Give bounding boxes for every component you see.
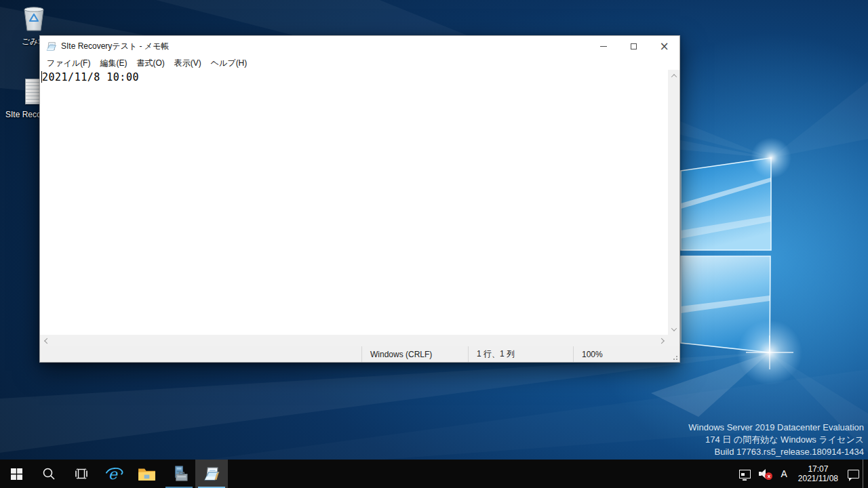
horizontal-scrollbar[interactable] xyxy=(40,335,679,346)
chevron-up-icon xyxy=(671,74,676,79)
menu-format[interactable]: 書式(O) xyxy=(132,56,169,70)
start-button[interactable] xyxy=(0,460,33,488)
watermark-line-1: Windows Server 2019 Datacenter Evaluatio… xyxy=(688,422,864,434)
status-spacer xyxy=(40,346,361,362)
status-bar: Windows (CRLF) 1 行、1 列 100% xyxy=(40,346,679,362)
action-center-button[interactable] xyxy=(844,460,863,488)
file-explorer-button[interactable] xyxy=(130,460,163,488)
close-button[interactable]: × xyxy=(649,36,679,56)
resize-grip[interactable] xyxy=(676,359,677,360)
menu-edit[interactable]: 編集(E) xyxy=(95,56,132,70)
task-view-button[interactable] xyxy=(65,460,98,488)
close-icon: × xyxy=(659,41,669,52)
notepad-icon xyxy=(203,465,220,483)
menu-help[interactable]: ヘルプ(H) xyxy=(206,56,252,70)
clock-time: 17:07 xyxy=(798,464,838,474)
status-cursor-position: 1 行、1 列 xyxy=(468,346,573,362)
desktop: ごみ箱 SIte Recov Windows Server 2019 Datac… xyxy=(0,0,868,488)
system-tray: x A 17:07 2021/11/08 xyxy=(736,460,868,488)
windows-logo-icon xyxy=(11,468,22,480)
notepad-text-area[interactable]: 2021/11/8 10:00 xyxy=(40,70,668,335)
server-manager-button[interactable] xyxy=(163,460,195,488)
text-file-icon xyxy=(25,79,40,104)
chevron-right-icon xyxy=(658,338,664,343)
menu-view[interactable]: 表示(V) xyxy=(170,56,206,70)
scroll-right-button[interactable] xyxy=(656,335,668,346)
taskbar: e xyxy=(0,460,868,488)
internet-explorer-button[interactable]: e xyxy=(98,460,130,488)
notepad-window: SIte Recoveryテスト - メモ帳 × ファイル(F) 編集(E) 書… xyxy=(39,35,680,363)
maximize-icon xyxy=(631,43,637,49)
maximize-button[interactable] xyxy=(618,36,649,56)
menu-bar: ファイル(F) 編集(E) 書式(O) 表示(V) ヘルプ(H) xyxy=(40,56,679,70)
recycle-bin-icon xyxy=(20,5,47,31)
status-line-ending: Windows (CRLF) xyxy=(361,346,468,362)
window-title: SIte Recoveryテスト - メモ帳 xyxy=(61,41,169,52)
watermark-line-3: Build 17763.rs5_release.180914-1434 xyxy=(688,446,864,458)
minimize-button[interactable] xyxy=(588,36,618,56)
desktop-watermark: Windows Server 2019 Datacenter Evaluatio… xyxy=(688,422,864,458)
scroll-up-button[interactable] xyxy=(668,70,679,81)
watermark-line-2: 174 日 の間有効な Windows ライセンス xyxy=(688,434,864,446)
minimize-icon xyxy=(600,46,607,47)
internet-explorer-icon: e xyxy=(105,465,123,483)
chevron-left-icon xyxy=(44,338,50,343)
task-view-icon xyxy=(75,468,88,480)
scrollbar-corner xyxy=(668,335,679,346)
title-bar[interactable]: SIte Recoveryテスト - メモ帳 × xyxy=(40,36,679,56)
search-icon xyxy=(42,467,56,481)
network-tray-button[interactable] xyxy=(736,460,754,488)
status-zoom-level: 100% xyxy=(573,346,679,362)
scroll-down-button[interactable] xyxy=(668,323,679,335)
chevron-down-icon xyxy=(671,325,676,331)
horizontal-scroll-track[interactable] xyxy=(52,335,656,346)
server-manager-icon xyxy=(170,465,189,483)
vertical-scrollbar[interactable] xyxy=(668,70,679,335)
network-icon xyxy=(739,470,751,479)
menu-file[interactable]: ファイル(F) xyxy=(42,56,95,70)
scroll-left-button[interactable] xyxy=(40,335,52,346)
notepad-icon xyxy=(45,41,57,52)
document-text: 2021/11/8 10:00 xyxy=(42,71,139,83)
volume-muted-icon: x xyxy=(757,468,772,479)
search-button[interactable] xyxy=(33,460,65,488)
show-desktop-button[interactable] xyxy=(863,460,868,488)
volume-tray-button[interactable]: x xyxy=(754,460,776,488)
mute-badge: x xyxy=(765,472,772,480)
taskbar-clock[interactable]: 17:07 2021/11/08 xyxy=(792,460,844,488)
clock-date: 2021/11/08 xyxy=(798,474,838,483)
file-explorer-icon xyxy=(138,467,156,481)
action-center-icon xyxy=(848,470,859,479)
ime-indicator[interactable]: A xyxy=(776,460,791,488)
notepad-taskbar-button[interactable] xyxy=(195,460,228,488)
